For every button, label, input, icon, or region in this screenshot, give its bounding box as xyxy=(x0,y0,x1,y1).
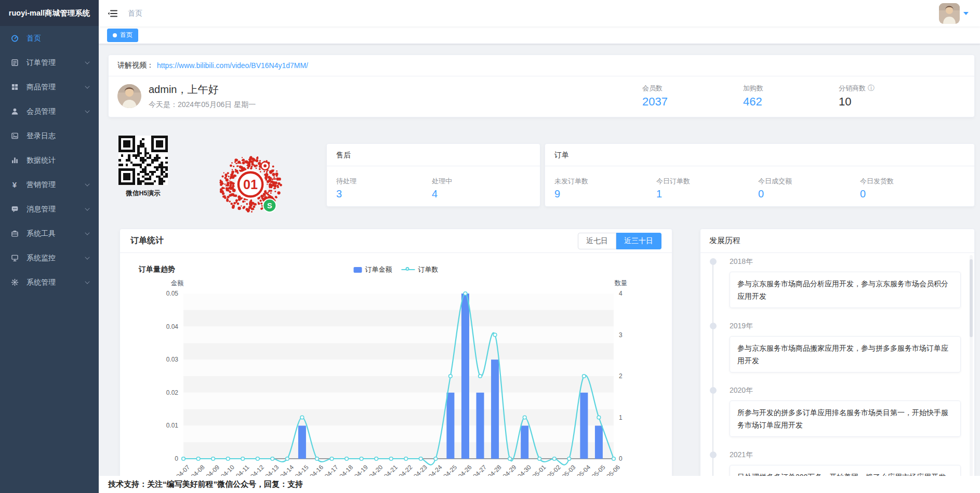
history-card: 发展历程 2018年参与京东服务市场商品分析应用开发，参与京东服务市场会员积分应… xyxy=(700,229,975,480)
timeline-year: 2018年 xyxy=(730,257,961,267)
main-area: 首页 首页 讲解视频： https://www.bilibili.com/vid… xyxy=(99,0,980,480)
chevron-down-icon xyxy=(85,255,89,259)
sidebar-item-order-mgmt[interactable]: 订单管理 xyxy=(0,50,99,75)
footer-text: 技术支持：关注“编写美好前程”微信公众号，回复：支持 xyxy=(108,479,303,489)
stat-今日订单数: 今日订单数1 xyxy=(656,177,758,200)
svg-text:0: 0 xyxy=(619,455,623,462)
bar-chart-icon xyxy=(10,156,19,165)
chart-subhead: 订单量趋势 订单金额订单数 xyxy=(139,264,653,275)
sidebar-item-label: 订单管理 xyxy=(27,58,56,68)
sidebar-item-message-mgmt[interactable]: 消息管理 xyxy=(0,197,99,221)
wechat-official-account-qr: 01S xyxy=(219,154,284,215)
greeting-text: admin，上午好 xyxy=(149,83,256,97)
timeline-dot xyxy=(710,387,717,394)
line-marker xyxy=(582,375,586,378)
timeline-year: 2020年 xyxy=(730,386,961,395)
svg-text:04-07: 04-07 xyxy=(175,463,192,477)
stat-处理中: 处理中4 xyxy=(432,177,527,200)
svg-text:04-29: 04-29 xyxy=(501,463,518,477)
svg-text:04-24: 04-24 xyxy=(427,463,444,477)
timeline-dot xyxy=(710,451,717,458)
admin-avatar xyxy=(117,84,141,108)
svg-text:S: S xyxy=(267,202,272,210)
tag-dot-icon xyxy=(113,33,117,37)
breadcrumb[interactable]: 首页 xyxy=(128,9,142,18)
sidebar-item-label: 数据统计 xyxy=(27,156,56,165)
stat-label: 分销商数 ⓘ xyxy=(839,84,875,93)
dashboard-icon xyxy=(10,34,19,43)
svg-text:04-20: 04-20 xyxy=(368,463,385,477)
svg-text:04-30: 04-30 xyxy=(516,463,533,477)
sidebar-menu: 首页订单管理商品管理会员管理登录日志数据统计¥营销管理消息管理系统工具系统监控系… xyxy=(0,26,99,295)
stat-label: 今日成交额 xyxy=(758,177,860,186)
user-menu[interactable] xyxy=(939,3,973,24)
aftersale-card: 售后 待处理3处理中4 xyxy=(326,143,540,207)
chevron-down-icon xyxy=(85,84,89,88)
sidebar-item-marketing-mgmt[interactable]: ¥营销管理 xyxy=(0,172,99,197)
welcome-stats: 会员数2037加购数462分销商数 ⓘ10 xyxy=(642,84,965,109)
bar xyxy=(580,393,588,459)
line-marker xyxy=(597,416,601,419)
sidebar-item-data-stats[interactable]: 数据统计 xyxy=(0,148,99,172)
svg-text:04-28: 04-28 xyxy=(486,463,503,477)
line-marker xyxy=(300,416,304,419)
stat-label: 处理中 xyxy=(432,177,527,186)
line-marker xyxy=(463,292,467,296)
legend-item-line[interactable]: 订单数 xyxy=(402,265,439,274)
timeline: 2018年参与京东服务市场商品分析应用开发，参与京东服务市场会员积分应用开发20… xyxy=(700,253,974,480)
bar xyxy=(446,393,454,459)
range-button-近七日[interactable]: 近七日 xyxy=(578,233,616,249)
briefcase-icon xyxy=(10,230,19,238)
svg-text:04-13: 04-13 xyxy=(264,463,281,477)
order-trend-chart: 金额数量0.050.040.030.020.0104321004-0704-08… xyxy=(120,275,672,477)
line-marker xyxy=(612,457,616,461)
avatar[interactable] xyxy=(939,3,960,24)
hamburger-icon[interactable] xyxy=(107,8,118,19)
stat-未发订单数: 未发订单数9 xyxy=(554,177,656,200)
sidebar-item-system-mgmt[interactable]: 系统管理 xyxy=(0,270,99,295)
svg-text:04-19: 04-19 xyxy=(353,463,369,477)
tag-label: 首页 xyxy=(120,31,133,39)
legend-line-swatch-icon xyxy=(402,267,415,272)
stat-加购数: 加购数462 xyxy=(743,84,763,109)
svg-text:05-06: 05-06 xyxy=(605,463,622,477)
sidebar-item-system-tools[interactable]: 系统工具 xyxy=(0,221,99,246)
line-marker xyxy=(404,457,408,461)
log-icon xyxy=(10,132,19,140)
bar xyxy=(595,425,603,459)
svg-text:04-21: 04-21 xyxy=(382,463,399,477)
stat-label: 加购数 xyxy=(743,84,763,93)
goods-icon xyxy=(10,83,19,91)
svg-text:04-10: 04-10 xyxy=(219,463,236,477)
order-stats: 未发订单数9今日订单数1今日成交额0今日发货数0 xyxy=(545,166,974,200)
scrollbar-thumb[interactable] xyxy=(970,259,973,337)
timeline-text: 所参与开发的拼多多订单应用排名服务市场类目第一，开始快手服务市场订单应用开发 xyxy=(730,401,961,437)
svg-text:04-15: 04-15 xyxy=(294,463,310,477)
stat-label: 今日订单数 xyxy=(656,177,758,186)
info-icon[interactable]: ⓘ xyxy=(868,84,875,93)
range-button-近三十日[interactable]: 近三十日 xyxy=(616,233,661,249)
line-marker xyxy=(256,457,260,461)
sidebar-item-goods-mgmt[interactable]: 商品管理 xyxy=(0,75,99,99)
timeline-item-2019年: 2019年参与京东服务市场商品搬家应用开发，参与拼多多服务市场订单应用开发 xyxy=(710,322,961,372)
chevron-down-icon xyxy=(85,279,89,284)
svg-text:0.03: 0.03 xyxy=(166,356,179,363)
stat-label: 未发订单数 xyxy=(554,177,656,186)
sidebar-item-label: 系统管理 xyxy=(27,278,56,287)
legend-item-bar[interactable]: 订单金额 xyxy=(354,265,392,274)
tag-home[interactable]: 首页 xyxy=(107,29,138,42)
sidebar-item-login-log[interactable]: 登录日志 xyxy=(0,124,99,148)
sidebar-item-member-mgmt[interactable]: 会员管理 xyxy=(0,99,99,124)
svg-text:0: 0 xyxy=(175,455,178,462)
sidebar-item-home[interactable]: 首页 xyxy=(0,26,99,50)
sidebar-item-system-monitor[interactable]: 系统监控 xyxy=(0,246,99,270)
svg-text:05-01: 05-01 xyxy=(531,463,548,477)
video-link[interactable]: https://www.bilibili.com/video/BV16N4y1d… xyxy=(157,61,308,70)
svg-text:0.05: 0.05 xyxy=(166,290,179,297)
line-marker xyxy=(286,457,289,461)
svg-text:05-03: 05-03 xyxy=(561,463,577,477)
timeline-dot xyxy=(710,323,717,329)
line-marker xyxy=(271,457,274,461)
svg-text:0.01: 0.01 xyxy=(166,422,179,429)
line-marker xyxy=(479,375,482,378)
